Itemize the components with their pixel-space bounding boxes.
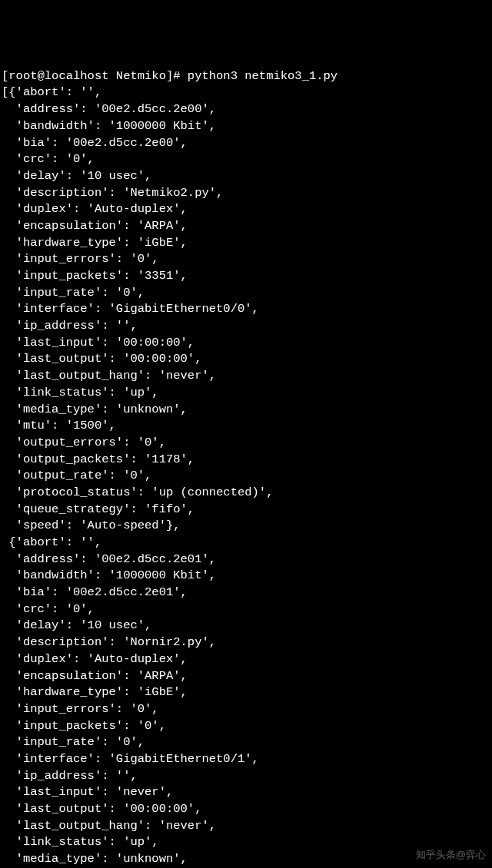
terminal-output: [root@localhost Netmiko]# python3 netmik… [2,68,490,868]
watermark-text: 知乎头条@弈心 [416,848,486,862]
